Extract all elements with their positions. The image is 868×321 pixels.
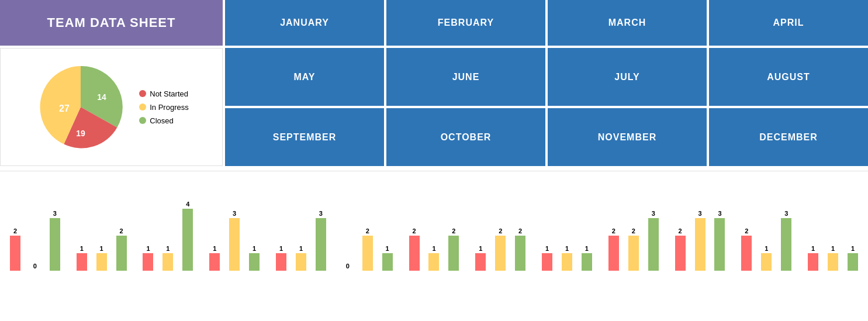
bar-value-label: 3 bbox=[718, 210, 721, 217]
title-box: TEAM DATA SHEET bbox=[0, 0, 223, 46]
not-started-dot bbox=[139, 90, 146, 97]
month-october[interactable]: OCTOBER bbox=[386, 108, 545, 166]
bar-value-label: 1 bbox=[279, 245, 283, 252]
bar bbox=[229, 218, 240, 271]
bar bbox=[116, 236, 127, 271]
chart-section: 203112114131113021212122111223233213111 bbox=[0, 171, 868, 271]
bar-wrap: 3 bbox=[312, 201, 330, 271]
bar bbox=[848, 253, 858, 271]
bar bbox=[209, 253, 220, 271]
month-september[interactable]: SEPTEMBER bbox=[225, 108, 384, 166]
pie-section: 27 14 19 Not Started In Progress Closed bbox=[0, 48, 223, 166]
svg-text:27: 27 bbox=[59, 103, 70, 113]
pie-chart: 27 14 19 bbox=[34, 60, 127, 154]
bar-value-label: 2 bbox=[518, 227, 522, 234]
bar-wrap: 0 bbox=[338, 201, 357, 271]
bar-wrap: 1 bbox=[757, 201, 776, 271]
month-december[interactable]: DECEMBER bbox=[709, 108, 868, 166]
bar-wrap: 1 bbox=[139, 201, 158, 271]
bar bbox=[362, 236, 373, 271]
bar-value-label: 2 bbox=[499, 227, 502, 234]
bar-group: 111 bbox=[538, 201, 596, 271]
bar-wrap: 1 bbox=[92, 201, 111, 271]
bar-group: 114 bbox=[139, 201, 198, 271]
top-section: TEAM DATA SHEET JANUARY FEBRUARY MARCH A… bbox=[0, 0, 868, 46]
month-january[interactable]: JANUARY bbox=[225, 0, 384, 46]
bar-value-label: 2 bbox=[412, 227, 416, 234]
bar-value-label: 1 bbox=[80, 245, 84, 252]
bar bbox=[495, 236, 506, 271]
legend-closed: Closed bbox=[139, 116, 188, 125]
bar-value-label: 1 bbox=[100, 245, 103, 252]
bar-value-label: 2 bbox=[679, 227, 682, 234]
bar-value-label: 2 bbox=[632, 227, 635, 234]
bar-value-label: 1 bbox=[386, 245, 389, 252]
bar-value-label: 1 bbox=[166, 245, 170, 252]
month-november[interactable]: NOVEMBER bbox=[548, 108, 707, 166]
bar bbox=[515, 236, 525, 271]
bar-value-label: 2 bbox=[612, 227, 615, 234]
not-started-label: Not Started bbox=[150, 89, 188, 98]
bar-value-label: 3 bbox=[652, 210, 655, 217]
month-february[interactable]: FEBRUARY bbox=[386, 0, 545, 46]
bar bbox=[428, 253, 439, 271]
bar bbox=[828, 253, 838, 271]
bar-wrap: 2 bbox=[624, 201, 643, 271]
bar-value-label: 1 bbox=[253, 245, 256, 252]
bar-value-label: 3 bbox=[698, 210, 701, 217]
bar bbox=[77, 253, 87, 271]
bar-value-label: 1 bbox=[213, 245, 216, 252]
bar bbox=[475, 253, 486, 271]
bar-value-label: 2 bbox=[452, 227, 455, 234]
bar bbox=[741, 236, 752, 271]
bar-wrap: 1 bbox=[272, 201, 291, 271]
month-june[interactable]: JUNE bbox=[386, 48, 545, 106]
bar-value-label: 1 bbox=[146, 245, 150, 252]
bar-value-label: 2 bbox=[366, 227, 369, 234]
bar-wrap: 2 bbox=[405, 201, 424, 271]
bar-wrap: 3 bbox=[644, 201, 663, 271]
bar bbox=[182, 209, 193, 271]
bar-group: 223 bbox=[604, 201, 663, 271]
bar-wrap: 2 bbox=[511, 201, 530, 271]
bar bbox=[296, 253, 306, 271]
bar-group: 122 bbox=[471, 201, 530, 271]
bar-value-label: 1 bbox=[585, 245, 589, 252]
bar-wrap: 1 bbox=[843, 201, 862, 271]
bar bbox=[162, 253, 173, 271]
bar bbox=[249, 253, 260, 271]
month-march[interactable]: MARCH bbox=[548, 0, 707, 46]
bar-value-label: 1 bbox=[565, 245, 569, 252]
month-april[interactable]: APRIL bbox=[709, 0, 868, 46]
bar-value-label: 1 bbox=[765, 245, 768, 252]
bar-value-label: 1 bbox=[811, 245, 815, 252]
bar-wrap: 3 bbox=[777, 201, 796, 271]
bar-wrap: 1 bbox=[804, 201, 822, 271]
months-row1: JANUARY FEBRUARY MARCH APRIL bbox=[223, 0, 868, 46]
bar-wrap: 1 bbox=[205, 201, 224, 271]
bar-group: 113 bbox=[272, 201, 330, 271]
bar bbox=[695, 218, 706, 271]
bar-wrap: 1 bbox=[577, 201, 596, 271]
bar-wrap: 1 bbox=[292, 201, 310, 271]
month-july[interactable]: JULY bbox=[548, 48, 707, 106]
month-may[interactable]: MAY bbox=[225, 48, 384, 106]
bar bbox=[648, 218, 659, 271]
month-august[interactable]: AUGUST bbox=[709, 48, 868, 106]
bar bbox=[675, 236, 686, 271]
bar-value-label: 3 bbox=[233, 210, 236, 217]
months-row2-3: MAY JUNE JULY AUGUST SEPTEMBER OCTOBER N… bbox=[223, 48, 868, 166]
bar-value-label: 1 bbox=[545, 245, 549, 252]
bar bbox=[714, 218, 725, 271]
bar bbox=[608, 236, 619, 271]
bar-value-label: 1 bbox=[479, 245, 482, 252]
bar-wrap: 1 bbox=[538, 201, 556, 271]
bar-value-label: 2 bbox=[120, 227, 123, 234]
bar-chart: 203112114131113021212122111223233213111 bbox=[6, 171, 862, 271]
bar bbox=[96, 253, 107, 271]
bar bbox=[382, 253, 393, 271]
bar-value-label: 2 bbox=[745, 227, 748, 234]
bar-group: 233 bbox=[671, 201, 729, 271]
legend-in-progress: In Progress bbox=[139, 103, 188, 112]
bar bbox=[628, 236, 639, 271]
